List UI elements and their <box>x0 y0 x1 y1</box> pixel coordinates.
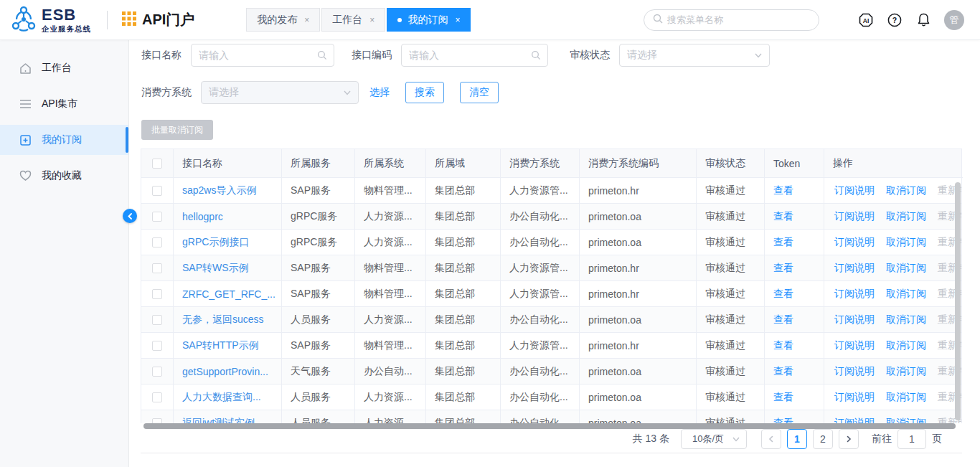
bell-icon[interactable] <box>915 12 931 28</box>
vertical-scrollbar[interactable] <box>955 182 961 420</box>
unsubscribe-link[interactable]: 取消订阅 <box>886 262 926 275</box>
subscribe-info-link[interactable]: 订阅说明 <box>834 339 875 352</box>
unsubscribe-link[interactable]: 取消订阅 <box>886 313 926 326</box>
cell-consumer-code: primeton.hr <box>580 281 697 307</box>
interface-code-field[interactable] <box>409 49 526 61</box>
sidebar-item-label: API集市 <box>42 98 78 110</box>
cell-consumer-code: primeton.oa <box>580 385 697 410</box>
row-checkbox[interactable] <box>152 237 162 247</box>
unsubscribe-link[interactable]: 取消订阅 <box>886 184 926 197</box>
interface-name-link[interactable]: SAP转WS示例 <box>182 262 249 275</box>
subscribe-info-link[interactable]: 订阅说明 <box>834 236 875 249</box>
interface-name-link[interactable]: sap2ws导入示例 <box>182 184 256 197</box>
batch-unsubscribe-button[interactable]: 批量取消订阅 <box>141 120 213 140</box>
token-view-link[interactable]: 查看 <box>773 236 793 249</box>
tab-close-icon[interactable]: × <box>304 15 309 25</box>
tab-close-icon[interactable]: × <box>369 15 374 25</box>
goto-page-input[interactable] <box>897 429 926 449</box>
subscribe-info-link[interactable]: 订阅说明 <box>834 262 875 275</box>
filter-panel: 接口名称 接口编码 审核状态 请选择 <box>129 40 980 104</box>
unsubscribe-link[interactable]: 取消订阅 <box>886 288 926 301</box>
token-view-link[interactable]: 查看 <box>773 391 793 404</box>
interface-code-input[interactable] <box>401 44 548 67</box>
cell-system: 人力资源... <box>355 204 426 230</box>
interface-name-link[interactable]: gRPC示例接口 <box>182 236 249 249</box>
interface-name-link[interactable]: SAP转HTTP示例 <box>182 339 259 352</box>
audit-status-select[interactable]: 请选择 <box>619 44 770 67</box>
page-button-2[interactable]: 2 <box>813 429 833 449</box>
row-checkbox[interactable] <box>152 263 162 273</box>
token-view-link[interactable]: 查看 <box>773 184 793 197</box>
row-checkbox[interactable] <box>152 186 162 196</box>
tab-close-icon[interactable]: × <box>455 15 460 25</box>
menu-search-box[interactable] <box>644 9 819 31</box>
interface-name-link[interactable]: 无参，返回sucess <box>182 313 264 326</box>
cell-system: 物料管理... <box>355 281 426 307</box>
cell-service: SAP服务 <box>282 178 355 204</box>
interface-name-link[interactable]: hellogprc <box>182 211 223 222</box>
avatar[interactable]: 管 <box>944 10 964 30</box>
cell-domain: 集团总部 <box>426 178 501 204</box>
help-icon[interactable]: ? <box>887 12 903 28</box>
token-view-link[interactable]: 查看 <box>773 288 793 301</box>
row-checkbox[interactable] <box>152 341 162 351</box>
unsubscribe-link[interactable]: 取消订阅 <box>886 391 926 404</box>
token-view-link[interactable]: 查看 <box>773 210 793 223</box>
cell-audit-status: 审核通过 <box>697 230 765 255</box>
subscribe-info-link[interactable]: 订阅说明 <box>834 184 875 197</box>
interface-name-link[interactable]: ZRFC_GET_RFC_... <box>182 288 275 300</box>
token-view-link[interactable]: 查看 <box>773 339 793 352</box>
menu-search-input[interactable] <box>667 14 810 25</box>
page-button-1[interactable]: 1 <box>787 429 807 449</box>
subscribe-info-link[interactable]: 订阅说明 <box>834 365 875 378</box>
row-checkbox[interactable] <box>152 418 162 424</box>
unsubscribe-link[interactable]: 取消订阅 <box>886 210 926 223</box>
sidebar-item-my-subscriptions[interactable]: 我的订阅 <box>0 125 128 155</box>
unsubscribe-link[interactable]: 取消订阅 <box>886 236 926 249</box>
interface-name-link[interactable]: getSupportProvin... <box>182 366 268 377</box>
row-checkbox[interactable] <box>152 367 162 377</box>
token-view-link[interactable]: 查看 <box>773 365 793 378</box>
sidebar-item-workbench[interactable]: 工作台 <box>0 53 128 83</box>
prev-page-button[interactable] <box>761 429 781 449</box>
unsubscribe-link[interactable]: 取消订阅 <box>886 339 926 352</box>
horizontal-scrollbar[interactable] <box>143 423 956 429</box>
token-view-link[interactable]: 查看 <box>773 313 793 326</box>
next-page-button[interactable] <box>839 429 859 449</box>
tab-workbench[interactable]: 工作台 × <box>321 8 385 32</box>
row-checkbox[interactable] <box>152 212 162 222</box>
clear-button[interactable]: 清空 <box>460 82 499 103</box>
tab-my-subscriptions[interactable]: 我的订阅 × <box>387 8 471 32</box>
row-checkbox[interactable] <box>152 289 162 299</box>
choose-link[interactable]: 选择 <box>369 86 390 99</box>
sidebar-collapse-button[interactable] <box>123 209 137 223</box>
row-checkbox[interactable] <box>152 392 162 402</box>
tab-my-publish[interactable]: 我的发布 × <box>246 8 320 32</box>
unsubscribe-link[interactable]: 取消订阅 <box>886 365 926 378</box>
table-row: sap2ws导入示例 SAP服务 物料管理... 集团总部 人力资源管... p… <box>141 178 961 204</box>
interface-name-link[interactable]: 返回jwt测试实例 <box>182 417 255 424</box>
sidebar-item-api-market[interactable]: API集市 <box>0 89 128 119</box>
interface-name-input[interactable] <box>191 44 334 67</box>
unsubscribe-link[interactable]: 取消订阅 <box>886 417 926 424</box>
consumer-system-select[interactable]: 请选择 <box>201 81 359 104</box>
page-size-select[interactable]: 10条/页 <box>681 429 747 449</box>
subscribe-info-link[interactable]: 订阅说明 <box>834 313 875 326</box>
search-button[interactable]: 搜索 <box>405 82 444 103</box>
subscribe-info-link[interactable]: 订阅说明 <box>834 417 875 424</box>
row-checkbox[interactable] <box>152 315 162 325</box>
token-view-link[interactable]: 查看 <box>773 262 793 275</box>
subscribe-info-link[interactable]: 订阅说明 <box>834 210 875 223</box>
interface-name-link[interactable]: 人力大数据查询... <box>182 391 261 404</box>
sidebar-item-my-favorites[interactable]: 我的收藏 <box>0 161 128 191</box>
table-row: 人力大数据查询... 人员服务 人力资源... 集团总部 办公自动化... pr… <box>141 385 961 410</box>
subscribe-info-link[interactable]: 订阅说明 <box>834 391 875 404</box>
token-view-link[interactable]: 查看 <box>773 417 793 424</box>
page-size-value: 10条/页 <box>692 433 724 445</box>
subscribe-info-link[interactable]: 订阅说明 <box>834 288 875 301</box>
ai-assistant-icon[interactable]: AI <box>858 12 874 28</box>
interface-name-field[interactable] <box>199 49 312 61</box>
header-right: AI ? 管 <box>644 9 980 31</box>
select-all-checkbox[interactable] <box>152 159 162 169</box>
cell-service: 人员服务 <box>282 410 355 423</box>
